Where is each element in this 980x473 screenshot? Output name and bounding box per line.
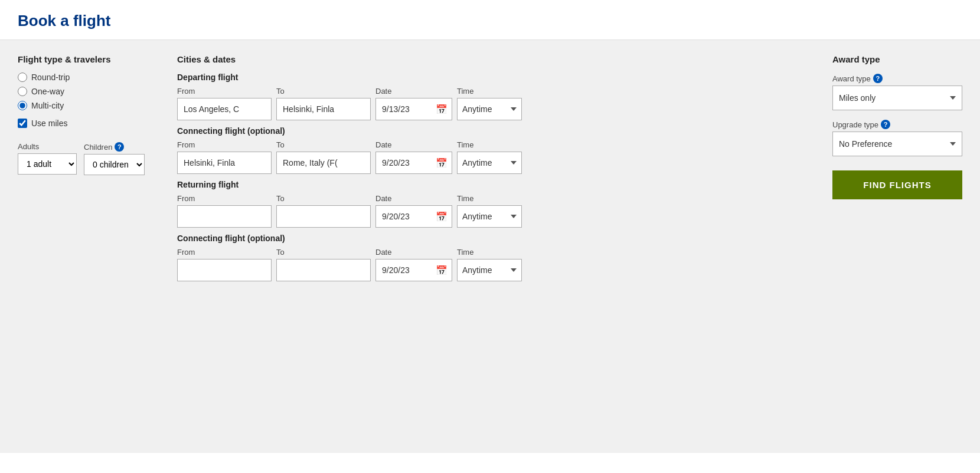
upgrade-type-label: Upgrade type ?: [832, 120, 962, 129]
award-type-label: Award type ?: [832, 74, 962, 83]
connecting1-date-input[interactable]: [375, 152, 452, 174]
connecting-flight-2-group: Connecting flight (optional) From To Dat…: [177, 234, 815, 281]
connecting1-date-group: Date 📅: [375, 140, 452, 174]
connecting-flight-1-group: Connecting flight (optional) From To Dat…: [177, 126, 815, 174]
use-miles-option[interactable]: Use miles: [18, 119, 159, 128]
departing-date-input[interactable]: [375, 98, 452, 120]
find-flights-button[interactable]: FIND FLIGHTS: [832, 170, 962, 199]
departing-flight-group: Departing flight From To Date 📅: [177, 73, 815, 120]
connecting2-date-group: Date 📅: [375, 248, 452, 281]
right-panel: Award type Award type ? Miles only Point…: [832, 54, 962, 439]
one-way-label: One-way: [31, 87, 64, 96]
returning-flight-title: Returning flight: [177, 180, 815, 189]
returning-from-group: From: [177, 194, 272, 228]
returning-flight-group: Returning flight From To Date 📅: [177, 180, 815, 228]
upgrade-type-select[interactable]: No Preference Upgrade 1 Upgrade 2: [832, 132, 962, 156]
middle-panel: Cities & dates Departing flight From To …: [177, 54, 815, 439]
connecting2-to-label: To: [276, 248, 371, 257]
returning-flight-row: From To Date 📅 Time Any: [177, 194, 815, 228]
connecting1-time-label: Time: [457, 140, 522, 149]
travelers-row: Adults 1 adult 2 adults 3 adults 4 adult…: [18, 142, 159, 175]
departing-time-select[interactable]: Anytime Morning Afternoon Evening Night: [457, 98, 522, 120]
award-type-select[interactable]: Miles only Points only Miles + Points: [832, 86, 962, 110]
departing-from-label: From: [177, 87, 272, 96]
children-select[interactable]: 0 children 1 child 2 children 3 children: [84, 154, 145, 175]
one-way-radio[interactable]: [18, 87, 27, 96]
returning-time-group: Time Anytime Morning Afternoon Evening N…: [457, 194, 522, 228]
connecting-flight-1-row: From To Date 📅 Time Any: [177, 140, 815, 174]
connecting2-from-label: From: [177, 248, 272, 257]
connecting1-to-input[interactable]: [276, 152, 371, 174]
returning-from-label: From: [177, 194, 272, 203]
adults-select[interactable]: 1 adult 2 adults 3 adults 4 adults: [18, 153, 77, 175]
returning-time-select[interactable]: Anytime Morning Afternoon Evening Night: [457, 205, 522, 228]
connecting2-from-input[interactable]: [177, 259, 272, 281]
adults-label: Adults: [18, 142, 77, 151]
connecting-flight-1-title: Connecting flight (optional): [177, 126, 815, 136]
connecting1-date-wrapper: 📅: [375, 152, 452, 174]
returning-time-label: Time: [457, 194, 522, 203]
connecting1-from-group: From: [177, 140, 272, 174]
flight-type-radio-group: Round-trip One-way Multi-city: [18, 73, 159, 110]
departing-from-group: From: [177, 87, 272, 120]
departing-date-wrapper: 📅: [375, 98, 452, 120]
award-type-info-icon[interactable]: ?: [873, 74, 883, 83]
returning-date-label: Date: [375, 194, 452, 203]
multi-city-option[interactable]: Multi-city: [18, 101, 159, 110]
departing-to-input[interactable]: [276, 98, 371, 120]
departing-flight-title: Departing flight: [177, 73, 815, 82]
connecting-flight-2-row: From To Date 📅 Time Any: [177, 248, 815, 281]
award-section-title: Award type: [832, 54, 962, 64]
returning-to-group: To: [276, 194, 371, 228]
returning-date-group: Date 📅: [375, 194, 452, 228]
round-trip-label: Round-trip: [31, 73, 70, 82]
left-panel: Flight type & travelers Round-trip One-w…: [18, 54, 159, 439]
connecting2-to-input[interactable]: [276, 259, 371, 281]
connecting2-from-group: From: [177, 248, 272, 281]
cities-section-title: Cities & dates: [177, 54, 815, 64]
connecting1-to-label: To: [276, 140, 371, 149]
round-trip-option[interactable]: Round-trip: [18, 73, 159, 82]
children-info-icon[interactable]: ?: [115, 142, 124, 152]
returning-date-input[interactable]: [375, 205, 452, 228]
connecting2-date-label: Date: [375, 248, 452, 257]
connecting1-time-select[interactable]: Anytime Morning Afternoon Evening Night: [457, 152, 522, 174]
departing-flight-row: From To Date 📅 Time Any: [177, 87, 815, 120]
children-label: Children ?: [84, 142, 145, 152]
departing-date-group: Date 📅: [375, 87, 452, 120]
one-way-option[interactable]: One-way: [18, 87, 159, 96]
connecting2-time-label: Time: [457, 248, 522, 257]
connecting1-date-label: Date: [375, 140, 452, 149]
upgrade-type-group: Upgrade type ? No Preference Upgrade 1 U…: [832, 120, 962, 156]
flight-type-section-title: Flight type & travelers: [18, 54, 159, 64]
connecting1-from-input[interactable]: [177, 152, 272, 174]
multi-city-label: Multi-city: [31, 101, 64, 110]
connecting2-to-group: To: [276, 248, 371, 281]
award-type-group: Award type ? Miles only Points only Mile…: [832, 74, 962, 110]
returning-to-input[interactable]: [276, 205, 371, 228]
departing-date-label: Date: [375, 87, 452, 96]
connecting2-time-group: Time Anytime Morning Afternoon Evening N…: [457, 248, 522, 281]
returning-date-wrapper: 📅: [375, 205, 452, 228]
returning-from-input[interactable]: [177, 205, 272, 228]
connecting-flight-2-title: Connecting flight (optional): [177, 234, 815, 243]
multi-city-radio[interactable]: [18, 101, 27, 110]
page-title: Book a flight: [18, 12, 962, 30]
children-group: Children ? 0 children 1 child 2 children…: [84, 142, 145, 175]
connecting1-from-label: From: [177, 140, 272, 149]
adults-group: Adults 1 adult 2 adults 3 adults 4 adult…: [18, 142, 77, 175]
departing-to-label: To: [276, 87, 371, 96]
departing-time-label: Time: [457, 87, 522, 96]
departing-to-group: To: [276, 87, 371, 120]
connecting1-time-group: Time Anytime Morning Afternoon Evening N…: [457, 140, 522, 174]
upgrade-type-info-icon[interactable]: ?: [881, 120, 890, 129]
round-trip-radio[interactable]: [18, 73, 27, 82]
departing-time-group: Time Anytime Morning Afternoon Evening N…: [457, 87, 522, 120]
connecting2-date-input[interactable]: [375, 259, 452, 281]
use-miles-label: Use miles: [31, 119, 67, 128]
connecting2-time-select[interactable]: Anytime Morning Afternoon Evening Night: [457, 259, 522, 281]
use-miles-checkbox[interactable]: [18, 119, 27, 128]
departing-from-input[interactable]: [177, 98, 272, 120]
returning-to-label: To: [276, 194, 371, 203]
connecting2-date-wrapper: 📅: [375, 259, 452, 281]
